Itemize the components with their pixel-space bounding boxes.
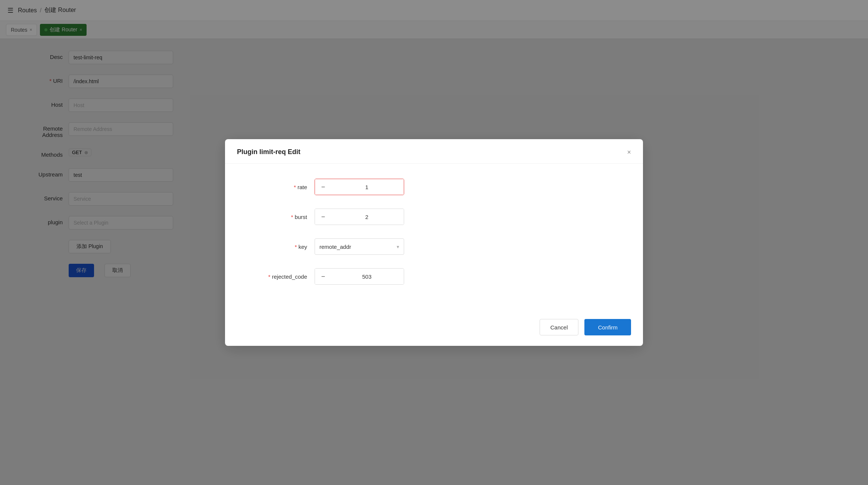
- burst-input[interactable]: [331, 209, 402, 225]
- modal-row-key: key remote_addr ▾: [255, 238, 613, 255]
- modal-footer: Cancel Confirm: [225, 313, 643, 346]
- modal-row-rejected-code: rejected_code − +: [255, 268, 613, 285]
- modal-header: Plugin limit-req Edit ×: [225, 139, 643, 164]
- rejected-code-label: rejected_code: [255, 273, 315, 280]
- burst-stepper: − +: [315, 209, 404, 225]
- burst-label: burst: [255, 214, 315, 220]
- plugin-edit-modal: Plugin limit-req Edit × rate − + burst −…: [225, 139, 643, 346]
- modal-title: Plugin limit-req Edit: [237, 148, 300, 156]
- rejected-code-increment-button[interactable]: +: [402, 269, 404, 284]
- modal-row-burst: burst − +: [255, 209, 613, 225]
- rate-decrement-button[interactable]: −: [315, 179, 331, 195]
- rejected-code-stepper: − +: [315, 268, 404, 285]
- key-select-value: remote_addr: [319, 244, 351, 250]
- rejected-code-decrement-button[interactable]: −: [315, 269, 331, 284]
- modal-row-rate: rate − +: [255, 179, 613, 195]
- confirm-button[interactable]: Confirm: [584, 319, 631, 335]
- rate-label: rate: [255, 184, 315, 190]
- burst-decrement-button[interactable]: −: [315, 209, 331, 225]
- cancel-button[interactable]: Cancel: [540, 319, 579, 335]
- rate-increment-button[interactable]: +: [402, 179, 404, 195]
- modal-body: rate − + burst − + key remote_addr ▾: [225, 164, 643, 313]
- key-label: key: [255, 244, 315, 250]
- rate-stepper: − +: [315, 179, 404, 195]
- key-select[interactable]: remote_addr ▾: [315, 238, 404, 255]
- chevron-down-icon: ▾: [397, 244, 399, 250]
- rate-input[interactable]: [331, 179, 402, 195]
- burst-increment-button[interactable]: +: [402, 209, 404, 225]
- rejected-code-input[interactable]: [331, 269, 402, 284]
- modal-close-button[interactable]: ×: [627, 149, 631, 156]
